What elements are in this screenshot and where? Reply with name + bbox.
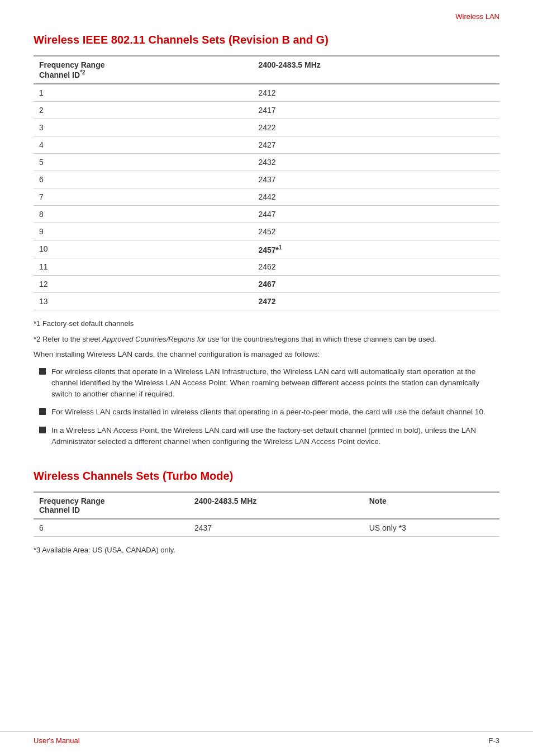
list-item-text: For Wireless LAN cards installed in wire…	[51, 407, 486, 418]
table-row: 7	[34, 188, 253, 205]
table-cell-freq: 2422	[253, 119, 499, 136]
table-cell-freq: 2472	[253, 293, 499, 310]
table-row: 12	[34, 276, 253, 293]
list-item-text: For wireless clients that operate in a W…	[51, 366, 499, 400]
table-cell-freq: 2467	[253, 276, 499, 293]
table-row: 2	[34, 101, 253, 119]
bullet-icon	[39, 427, 46, 433]
list-item-text: In a Wireless LAN Access Point, the Wire…	[51, 425, 499, 448]
s2-col2-header: 2400-2483.5 MHz	[189, 492, 364, 519]
list-item: In a Wireless LAN Access Point, the Wire…	[39, 425, 499, 448]
table-row: 8	[34, 205, 253, 223]
table-row: 6	[34, 171, 253, 188]
table-row: 5	[34, 153, 253, 171]
table-cell-note: US only *3	[364, 519, 499, 537]
table-row: 1	[34, 84, 253, 102]
table-cell-freq: 2437	[253, 171, 499, 188]
footnote2: *2 Refer to the sheet Approved Countries…	[34, 334, 499, 345]
list-item: For Wireless LAN cards installed in wire…	[39, 407, 499, 418]
footer-bar: User's Manual F-3	[0, 731, 533, 745]
table-cell-freq: 2447	[253, 205, 499, 223]
table-row: 4	[34, 136, 253, 153]
table-row: 9	[34, 223, 253, 240]
table-cell-freq: 2437	[189, 519, 364, 537]
bullet-list: For wireless clients that operate in a W…	[39, 366, 499, 448]
table-cell-freq: 2417	[253, 101, 499, 119]
table-row: 3	[34, 119, 253, 136]
list-item: For wireless clients that operate in a W…	[39, 366, 499, 400]
section1-table: Frequency Range Channel ID*2 2400-2483.5…	[34, 55, 499, 310]
table-cell-freq: 2452	[253, 223, 499, 240]
footnote3: *3 Available Area: US (USA, CANADA) only…	[34, 545, 499, 556]
s2-col3-header: Note	[364, 492, 499, 519]
table-cell-freq: 2432	[253, 153, 499, 171]
intro-text: When installing Wireless LAN cards, the …	[34, 349, 499, 360]
section2-title: Wireless Channels Sets (Turbo Mode)	[34, 470, 499, 483]
header-label: Wireless LAN	[455, 12, 499, 21]
footer-left: User's Manual	[34, 736, 80, 745]
table-cell-freq: 2462	[253, 258, 499, 276]
table-row: 6	[34, 519, 189, 537]
table-row: 10	[34, 240, 253, 258]
table-cell-freq: 2457*1	[253, 240, 499, 258]
s2-col1-header: Frequency Range Channel ID	[34, 492, 189, 519]
table-col1-header: Frequency Range Channel ID*2	[34, 56, 253, 84]
table-cell-freq: 2442	[253, 188, 499, 205]
bullet-icon	[39, 368, 46, 375]
table-cell-freq: 2427	[253, 136, 499, 153]
page-container: Wireless LAN Wireless IEEE 802.11 Channe…	[0, 0, 533, 756]
section1-title: Wireless IEEE 802.11 Channels Sets (Revi…	[34, 34, 499, 46]
table-cell-freq: 2412	[253, 84, 499, 102]
table-col2-header: 2400-2483.5 MHz	[253, 56, 499, 84]
section2-table: Frequency Range Channel ID 2400-2483.5 M…	[34, 492, 499, 537]
bullet-icon	[39, 408, 46, 415]
footer-right: F-3	[489, 736, 500, 745]
footnote1: *1 Factory-set default channels	[34, 318, 499, 329]
table-row: 11	[34, 258, 253, 276]
table-row: 13	[34, 293, 253, 310]
